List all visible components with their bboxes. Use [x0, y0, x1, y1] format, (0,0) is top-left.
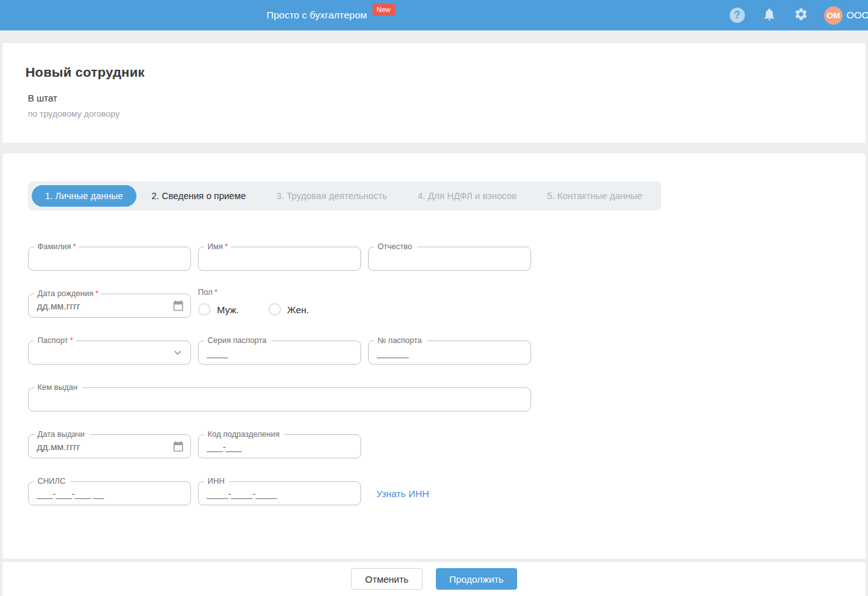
help-button[interactable]: ?	[729, 7, 746, 23]
issued-by-label: Кем выдан	[34, 382, 82, 393]
continue-button[interactable]: Продолжить	[436, 568, 517, 590]
form-row-passport: Паспорт* Серия паспорта ____ № паспорта …	[28, 340, 865, 365]
help-icon: ?	[730, 8, 745, 23]
division-code-label: Код подразделения	[204, 429, 284, 440]
tab-personal-data[interactable]: 1. Личные данные	[32, 185, 136, 207]
issue-date-field[interactable]: Дата выдачи дд.мм.гггг	[28, 434, 191, 458]
issue-date-label: Дата выдачи	[34, 429, 89, 440]
passport-number-input[interactable]: ______	[377, 347, 409, 358]
org-name[interactable]: ООО	[846, 10, 868, 21]
inn-input[interactable]: ____-____-____	[207, 488, 277, 499]
first-name-field[interactable]: Имя*	[198, 247, 361, 271]
settings-button[interactable]	[792, 7, 809, 23]
avatar[interactable]: ОМ	[824, 6, 843, 25]
page-title: Новый сотрудник	[25, 65, 843, 80]
division-code-field[interactable]: Код подразделения ___-___	[198, 434, 361, 458]
radio-icon[interactable]	[268, 303, 281, 316]
wizard-tabs: 1. Личные данные 2. Сведения о приеме 3.…	[28, 181, 661, 211]
new-badge: New	[372, 4, 395, 16]
app-title-wrap: Просто с бухгалтером New	[266, 0, 395, 30]
passport-series-field[interactable]: Серия паспорта ____	[198, 340, 361, 365]
tab-contact-data[interactable]: 5. Контактные данные	[532, 185, 657, 207]
personal-data-form: Фамилия* Имя* Отчество Дата рождения* дд…	[28, 247, 865, 505]
snils-input[interactable]: ___-___-___ __	[37, 488, 104, 499]
issue-date-input[interactable]: дд.мм.гггг	[37, 441, 80, 452]
tab-hiring-info[interactable]: 2. Сведения о приеме	[136, 185, 261, 207]
form-row-snils-inn: СНИЛС ___-___-___ __ ИНН ____-____-____ …	[28, 481, 865, 505]
gender-male-label: Муж.	[217, 304, 239, 315]
passport-type-label: Паспорт*	[34, 335, 76, 346]
form-panel: 1. Личные данные 2. Сведения о приеме 3.…	[3, 153, 865, 559]
snils-label: СНИЛС	[34, 476, 70, 487]
issued-by-field[interactable]: Кем выдан	[28, 387, 531, 411]
top-bar-actions: ? ОМ ООО	[729, 0, 868, 30]
passport-type-select[interactable]: Паспорт*	[28, 340, 191, 365]
last-name-label: Фамилия*	[34, 242, 79, 252]
middle-name-field[interactable]: Отчество	[368, 247, 531, 271]
required-asterisk: *	[214, 288, 218, 297]
gender-group: Пол* Муж. Жен.	[198, 288, 338, 318]
passport-series-input[interactable]: ____	[207, 347, 228, 358]
find-inn-link[interactable]: Узнать ИНН	[376, 488, 429, 499]
radio-icon[interactable]	[198, 303, 211, 316]
birth-date-field[interactable]: Дата рождения* дд.мм.гггг	[28, 294, 191, 318]
form-row-issue-info: Дата выдачи дд.мм.гггг Код подразделения…	[28, 434, 865, 458]
birth-date-label: Дата рождения*	[34, 288, 102, 299]
last-name-field[interactable]: Фамилия*	[28, 247, 191, 271]
required-asterisk: *	[73, 242, 76, 251]
calendar-icon[interactable]	[172, 440, 185, 453]
gender-radio-male[interactable]: Муж.	[198, 303, 239, 316]
middle-name-label: Отчество	[374, 242, 417, 252]
chevron-down-icon[interactable]	[171, 346, 184, 359]
inn-field[interactable]: ИНН ____-____-____	[198, 481, 361, 505]
calendar-icon[interactable]	[172, 299, 185, 312]
gender-radio-female[interactable]: Жен.	[268, 303, 309, 316]
required-asterisk: *	[70, 336, 73, 345]
required-asterisk: *	[95, 289, 98, 298]
birth-date-input[interactable]: дд.мм.гггг	[37, 301, 80, 311]
footer-bar: Отменить Продолжить	[3, 562, 865, 596]
passport-series-label: Серия паспорта	[204, 335, 272, 346]
required-asterisk: *	[225, 242, 228, 251]
gear-icon	[794, 7, 808, 24]
bell-icon	[762, 7, 777, 24]
gender-label: Пол*	[198, 288, 338, 297]
form-row-issued-by: Кем выдан	[28, 387, 865, 411]
division-code-input[interactable]: ___-___	[207, 441, 242, 452]
inn-label: ИНН	[204, 476, 230, 487]
gender-options: Муж. Жен.	[198, 303, 338, 316]
first-name-label: Имя*	[204, 242, 231, 252]
form-row-name: Фамилия* Имя* Отчество	[28, 247, 865, 271]
form-row-birth-gender: Дата рождения* дд.мм.гггг Пол* Муж.	[28, 294, 865, 318]
employment-type: В штат	[28, 93, 843, 103]
page: Просто с бухгалтером New ? ОМ ООО Новый …	[0, 0, 868, 596]
top-bar: Просто с бухгалтером New ? ОМ ООО	[0, 0, 868, 30]
passport-number-field[interactable]: № паспорта ______	[368, 340, 531, 365]
tab-ndfl-contributions[interactable]: 4. Для НДФЛ и взносов	[402, 185, 532, 207]
passport-number-label: № паспорта	[374, 335, 427, 346]
gender-female-label: Жен.	[287, 304, 309, 315]
snils-field[interactable]: СНИЛС ___-___-___ __	[28, 481, 191, 505]
cancel-button[interactable]: Отменить	[351, 568, 423, 590]
employment-type-note: по трудовому договору	[28, 109, 843, 119]
app-title: Просто с бухгалтером	[266, 10, 367, 21]
tab-work-activity[interactable]: 3. Трудовая деятельность	[261, 185, 402, 207]
notifications-button[interactable]	[761, 7, 777, 23]
page-header-panel: Новый сотрудник В штат по трудовому дого…	[3, 43, 865, 143]
